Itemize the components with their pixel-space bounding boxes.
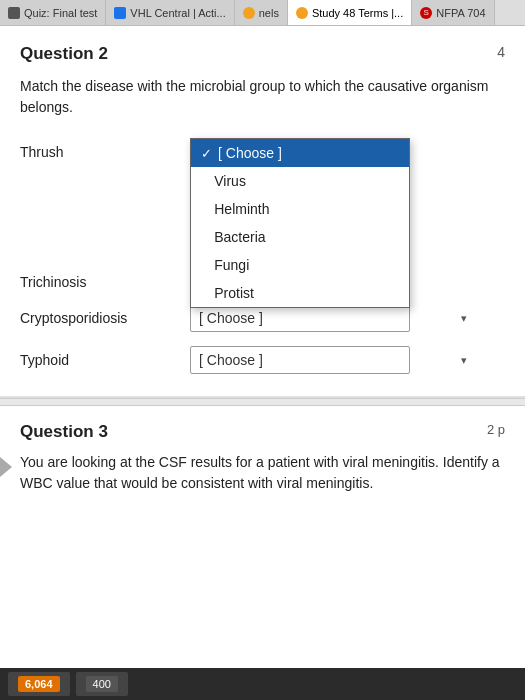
dropdown-bacteria-label: Bacteria bbox=[214, 229, 265, 245]
dropdown-item-protist[interactable]: Protist bbox=[191, 279, 409, 307]
tab-nels[interactable]: nels bbox=[235, 0, 288, 25]
content-area: Question 2 4 Match the disease with the … bbox=[0, 26, 525, 700]
tab-study-label: Study 48 Terms |... bbox=[312, 7, 403, 19]
question-2-block: Question 2 4 Match the disease with the … bbox=[0, 26, 525, 398]
taskbar-number-1: 6,064 bbox=[18, 676, 60, 692]
dropdown-item-fungi[interactable]: Fungi bbox=[191, 251, 409, 279]
dropdown-item-helminth[interactable]: Helminth bbox=[191, 195, 409, 223]
taskbar: 6,064 400 bbox=[0, 668, 525, 700]
question-3-title: Question 3 bbox=[20, 422, 108, 442]
thrush-label: Thrush bbox=[20, 138, 190, 160]
dropdown-protist-label: Protist bbox=[214, 285, 254, 301]
tab-vhl-label: VHL Central | Acti... bbox=[130, 7, 225, 19]
tab-nfpa[interactable]: S NFPA 704 bbox=[412, 0, 494, 25]
typhoid-select[interactable]: [ Choose ] bbox=[190, 346, 410, 374]
question-3-block: Question 3 2 p You are looking at the CS… bbox=[0, 406, 525, 528]
no-check-5 bbox=[201, 286, 208, 301]
nels-favicon bbox=[243, 7, 255, 19]
tab-quiz-label: Quiz: Final test bbox=[24, 7, 97, 19]
nfpa-icon: S bbox=[420, 7, 432, 19]
thrush-dropdown[interactable]: ✓ [ Choose ] Virus Helminth Bacteria bbox=[190, 138, 410, 308]
question-3-text: You are looking at the CSF results for a… bbox=[20, 452, 505, 494]
no-check-2 bbox=[201, 202, 208, 217]
study-favicon bbox=[296, 7, 308, 19]
typhoid-arrow: ▾ bbox=[461, 354, 467, 367]
typhoid-row: Typhoid [ Choose ] ▾ bbox=[20, 346, 505, 374]
tab-bar: Quiz: Final test VHL Central | Acti... n… bbox=[0, 0, 525, 26]
dropdown-item-choose[interactable]: ✓ [ Choose ] bbox=[191, 139, 409, 167]
taskbar-btn-1[interactable]: 6,064 bbox=[8, 672, 70, 696]
thrush-row: Thrush ✓ [ Choose ] Virus Helminth bbox=[20, 138, 505, 160]
dropdown-item-bacteria[interactable]: Bacteria bbox=[191, 223, 409, 251]
dropdown-fungi-label: Fungi bbox=[214, 257, 249, 273]
taskbar-number-2: 400 bbox=[86, 676, 118, 692]
cryptosporidiosis-row: Cryptosporidiosis [ Choose ] ▾ bbox=[20, 304, 505, 332]
vhl-favicon bbox=[114, 7, 126, 19]
cryptosporidiosis-label: Cryptosporidiosis bbox=[20, 304, 190, 326]
typhoid-select-wrapper[interactable]: [ Choose ] ▾ bbox=[190, 346, 505, 374]
typhoid-label: Typhoid bbox=[20, 346, 190, 368]
question-3-points: 2 p bbox=[487, 422, 505, 437]
tab-nfpa-label: NFPA 704 bbox=[436, 7, 485, 19]
trichinosis-label: Trichinosis bbox=[20, 268, 190, 290]
question-3-header: Question 3 2 p bbox=[20, 422, 505, 442]
question-2-number: 4 bbox=[497, 44, 505, 60]
dropdown-item-virus[interactable]: Virus bbox=[191, 167, 409, 195]
cryptosporidiosis-arrow: ▾ bbox=[461, 312, 467, 325]
quiz-favicon bbox=[8, 7, 20, 19]
question-2-text: Match the disease with the microbial gro… bbox=[20, 76, 505, 118]
no-check-3 bbox=[201, 230, 208, 245]
tab-vhl[interactable]: VHL Central | Acti... bbox=[106, 0, 234, 25]
match-table: Thrush ✓ [ Choose ] Virus Helminth bbox=[20, 138, 505, 374]
question-2-title: Question 2 bbox=[20, 44, 108, 64]
tab-nels-label: nels bbox=[259, 7, 279, 19]
taskbar-btn-2[interactable]: 400 bbox=[76, 672, 128, 696]
tab-quiz[interactable]: Quiz: Final test bbox=[0, 0, 106, 25]
dropdown-helminth-label: Helminth bbox=[214, 201, 269, 217]
no-check-4 bbox=[201, 258, 208, 273]
cryptosporidiosis-select-wrapper[interactable]: [ Choose ] ▾ bbox=[190, 304, 505, 332]
question-2-header: Question 2 4 bbox=[20, 44, 505, 64]
section-divider bbox=[0, 398, 525, 406]
dropdown-virus-label: Virus bbox=[214, 173, 246, 189]
cryptosporidiosis-select[interactable]: [ Choose ] bbox=[190, 304, 410, 332]
left-arrow-indicator bbox=[0, 457, 12, 477]
no-check bbox=[201, 174, 208, 189]
dropdown-choose-label: [ Choose ] bbox=[218, 145, 282, 161]
check-icon: ✓ bbox=[201, 146, 212, 161]
tab-study[interactable]: Study 48 Terms |... bbox=[288, 0, 412, 25]
